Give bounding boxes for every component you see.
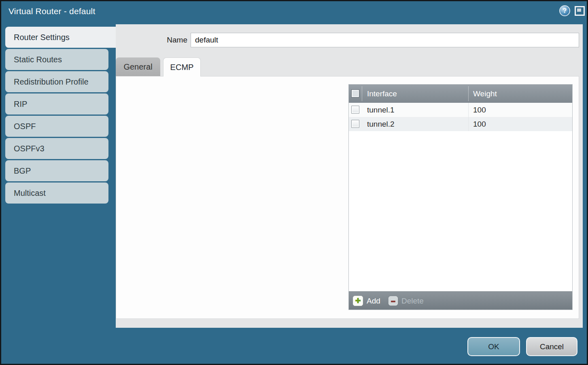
column-divider: [362, 86, 362, 101]
sidebar-item-router-settings[interactable]: Router Settings: [5, 27, 116, 48]
virtual-router-dialog: Virtual Router - default ? Router Settin…: [0, 0, 588, 365]
ok-button[interactable]: OK: [467, 337, 520, 356]
sidebar-item-ospf[interactable]: OSPF: [5, 116, 108, 137]
plus-icon: ✚: [353, 296, 363, 306]
column-divider: [468, 117, 469, 131]
add-button-label: Add: [367, 297, 380, 306]
sidebar-item-label: OSPF: [14, 122, 36, 131]
tab-general-label: General: [123, 62, 152, 71]
interface-column-header[interactable]: Interface: [367, 85, 397, 103]
sidebar-item-label: OSPFv3: [14, 144, 45, 153]
sidebar-item-multicast[interactable]: Multicast: [5, 182, 108, 204]
name-label: Name: [155, 33, 187, 47]
sidebar-item-label: RIP: [14, 100, 27, 108]
tab-general[interactable]: General: [116, 57, 160, 76]
delete-button-label: Delete: [401, 297, 424, 306]
sidebar-item-rip[interactable]: RIP: [5, 93, 108, 115]
column-divider: [468, 103, 469, 117]
sidebar-item-label: Redistribution Profile: [14, 77, 89, 86]
sidebar-item-redistribution-profile[interactable]: Redistribution Profile: [5, 71, 108, 92]
sidebar-item-static-routes[interactable]: Static Routes: [5, 49, 108, 70]
cancel-button[interactable]: Cancel: [526, 337, 577, 356]
add-button[interactable]: ✚ Add: [353, 296, 380, 306]
table-row[interactable]: tunnel.1 100: [349, 103, 572, 117]
delete-button[interactable]: Delete: [388, 296, 424, 306]
weight-cell[interactable]: 100: [473, 103, 486, 117]
weight-cell[interactable]: 100: [473, 117, 486, 131]
row-checkbox[interactable]: [351, 120, 359, 128]
name-input[interactable]: [191, 33, 579, 47]
window-restore-icon[interactable]: [575, 6, 585, 16]
sidebar-item-ospfv3[interactable]: OSPFv3: [5, 138, 108, 159]
sidebar-item-label: Router Settings: [14, 33, 70, 42]
tab-ecmp-label: ECMP: [170, 63, 194, 72]
table-header-row: Interface Weight: [349, 85, 572, 103]
weight-column-header[interactable]: Weight: [473, 85, 497, 103]
select-all-checkbox[interactable]: [351, 89, 359, 98]
interface-cell[interactable]: tunnel.1: [367, 103, 395, 117]
sidebar-item-bgp[interactable]: BGP: [5, 160, 108, 181]
minus-icon: [388, 296, 398, 306]
row-checkbox[interactable]: [351, 106, 359, 114]
help-glyph: ?: [563, 7, 567, 15]
help-icon[interactable]: ?: [559, 5, 570, 16]
ecmp-interface-table: Interface Weight tunnel.1 100 tunnel.2 1…: [348, 84, 573, 310]
table-toolbar: ✚ Add Delete: [349, 291, 572, 310]
interface-cell[interactable]: tunnel.2: [367, 117, 395, 131]
column-divider: [468, 86, 469, 101]
dialog-title: Virtual Router - default: [8, 6, 96, 16]
tab-ecmp[interactable]: ECMP: [163, 57, 201, 76]
sidebar-item-label: Static Routes: [14, 55, 62, 64]
table-row[interactable]: tunnel.2 100: [349, 117, 572, 131]
sidebar-item-label: BGP: [14, 166, 31, 175]
sidebar-item-label: Multicast: [14, 189, 46, 197]
